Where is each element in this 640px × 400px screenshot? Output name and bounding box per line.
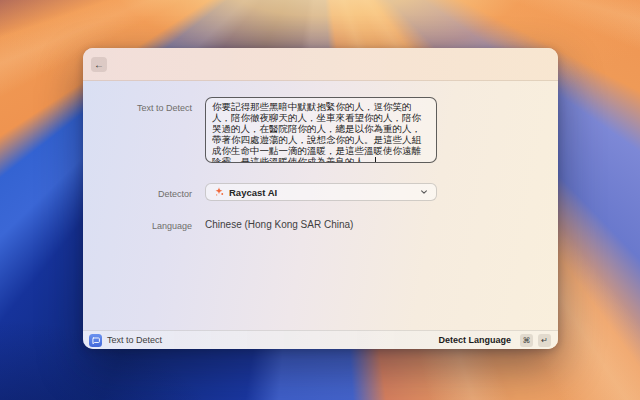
back-arrow-icon: ← — [94, 59, 104, 70]
chevron-down-icon — [420, 188, 428, 196]
action-bar: Text to Detect Detect Language ⌘ ↵ — [83, 330, 558, 349]
text-cursor — [375, 157, 376, 163]
raycast-window: ← Text to Detect 你要記得那些黑暗中默默抱緊你的人，逗你笑的人，… — [83, 48, 558, 349]
detector-value: Raycast AI — [229, 187, 415, 198]
window-header: ← — [83, 48, 558, 81]
chat-bubble-icon — [91, 336, 100, 345]
back-button[interactable]: ← — [91, 57, 107, 72]
command-key-icon: ⌘ — [520, 334, 533, 347]
screen: ← Text to Detect 你要記得那些黑暗中默默抱緊你的人，逗你笑的人，… — [0, 0, 640, 400]
command-title: Text to Detect — [107, 335, 433, 345]
form-area: Text to Detect 你要記得那些黑暗中默默抱緊你的人，逗你笑的人，陪你… — [83, 82, 558, 330]
detector-select[interactable]: Raycast AI — [205, 183, 437, 201]
text-to-detect-input[interactable]: 你要記得那些黑暗中默默抱緊你的人，逗你笑的人，陪你徹夜聊天的人，坐車來看望你的人… — [205, 97, 437, 163]
extension-icon — [89, 334, 102, 347]
text-to-detect-value: 你要記得那些黑暗中默默抱緊你的人，逗你笑的人，陪你徹夜聊天的人，坐車來看望你的人… — [212, 101, 421, 163]
text-to-detect-label: Text to Detect — [83, 103, 192, 113]
raycast-ai-icon — [214, 187, 224, 197]
detector-label: Detector — [83, 189, 192, 199]
language-value: Chinese (Hong Kong SAR China) — [205, 219, 353, 230]
return-key-icon: ↵ — [538, 334, 551, 347]
detect-language-button[interactable]: Detect Language — [438, 335, 511, 345]
language-label: Language — [83, 221, 192, 231]
